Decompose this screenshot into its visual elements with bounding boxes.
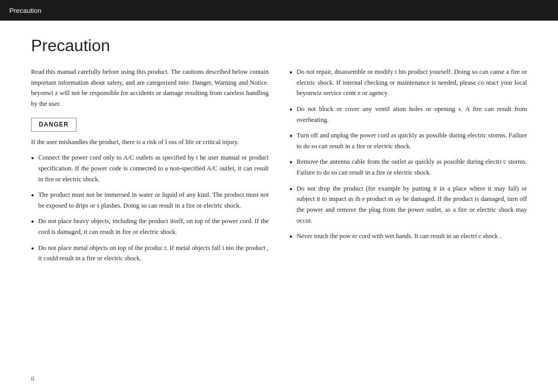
danger-label: DANGER <box>39 121 69 128</box>
main-columns: Read this manual carefully before using … <box>31 67 527 269</box>
list-item: Do not repair, disassemble or modify t h… <box>289 67 527 99</box>
page-title: Precaution <box>31 36 527 55</box>
left-column: Read this manual carefully before using … <box>31 67 269 269</box>
list-item: Connect the power cord only to A/C outle… <box>31 152 269 184</box>
right-bullet-list: Do not repair, disassemble or modify t h… <box>289 67 527 242</box>
list-item: Do not drop the product (for example by … <box>289 183 527 226</box>
top-bar: Precaution <box>0 0 558 21</box>
list-item: The product must not be immersed in wate… <box>31 190 269 211</box>
list-item: Do not place metal objects on top of the… <box>31 243 269 264</box>
list-item: Do not block or cover any ventil ation h… <box>289 104 527 125</box>
list-item: Remove the antenna cable from the outlet… <box>289 156 527 178</box>
right-column: Do not repair, disassemble or modify t h… <box>289 67 527 269</box>
danger-intro-text: If the user mishandles the product, ther… <box>31 137 269 148</box>
danger-box: DANGER <box>31 118 76 132</box>
left-bullet-list: Connect the power cord only to A/C outle… <box>31 152 269 264</box>
page-number: ii <box>31 375 35 383</box>
top-bar-title: Precaution <box>9 7 41 14</box>
list-item: Turn off and unplug the power cord as qu… <box>289 130 527 151</box>
page-content: Precaution Read this manual carefully be… <box>0 21 558 279</box>
intro-paragraph: Read this manual carefully before using … <box>31 67 269 109</box>
list-item: Never touch the pow er cord with wet han… <box>289 231 527 242</box>
list-item: Do not place heavy objects, including th… <box>31 216 269 237</box>
